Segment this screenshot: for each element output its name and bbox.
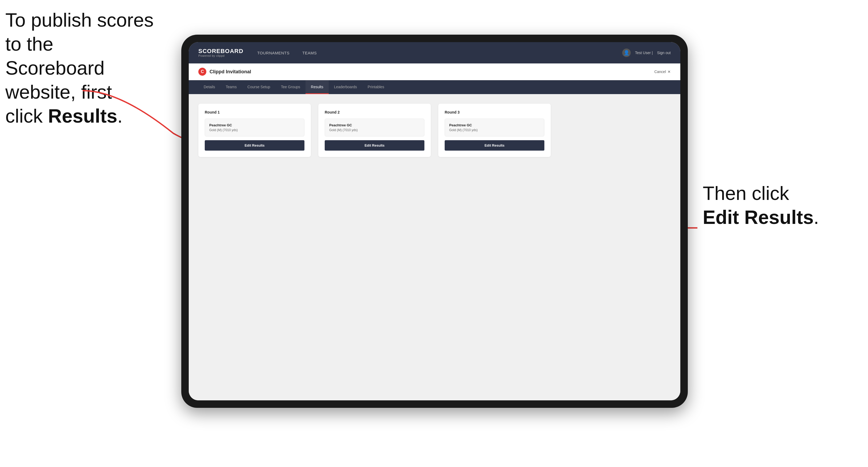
empty-slot — [558, 104, 671, 157]
round-3-title: Round 3 — [445, 110, 545, 114]
tab-tee-groups[interactable]: Tee Groups — [276, 80, 306, 94]
cancel-button[interactable]: Cancel ✕ — [654, 69, 671, 74]
cancel-label: Cancel — [654, 69, 666, 74]
logo-subtitle: Powered by clippd — [198, 54, 243, 57]
round-3-card: Round 3 Peachtree GC Gold (M) (7010 yds)… — [438, 104, 551, 157]
round-3-course-name: Peachtree GC — [449, 123, 540, 127]
logo-title: SCOREBOARD — [198, 48, 243, 54]
close-icon: ✕ — [668, 69, 671, 74]
round-1-course-details: Gold (M) (7010 yds) — [209, 128, 300, 132]
user-avatar: 👤 — [622, 49, 631, 57]
sign-out-link[interactable]: Sign out — [657, 51, 671, 55]
tab-course-setup[interactable]: Course Setup — [242, 80, 276, 94]
tournament-header: C Clippd Invitational Cancel ✕ — [189, 63, 680, 80]
annotation-left: To publish scores to the Scoreboard webs… — [5, 8, 155, 128]
edit-results-button-1[interactable]: Edit Results — [205, 140, 304, 151]
tabs-bar: Details Teams Course Setup Tee Groups Re… — [189, 80, 680, 94]
annotation-then-click: Then click — [703, 183, 789, 204]
main-content: Round 1 Peachtree GC Gold (M) (7010 yds)… — [189, 94, 680, 400]
tab-teams[interactable]: Teams — [220, 80, 242, 94]
round-2-card: Round 2 Peachtree GC Gold (M) (7010 yds)… — [318, 104, 431, 157]
annotation-edit-results-bold: Edit Results — [703, 207, 814, 228]
annotation-line1: To publish scores — [5, 9, 154, 31]
tournament-icon: C — [198, 68, 206, 76]
annotation-line4-suffix: . — [117, 105, 123, 127]
round-1-course-card: Peachtree GC Gold (M) (7010 yds) — [205, 119, 304, 136]
annotation-line2: to the Scoreboard — [5, 33, 104, 79]
nav-teams[interactable]: TEAMS — [301, 49, 318, 57]
round-2-title: Round 2 — [325, 110, 425, 114]
app-header: SCOREBOARD Powered by clippd TOURNAMENTS… — [189, 42, 680, 63]
header-right: 👤 Test User | Sign out — [622, 49, 671, 57]
nav-tournaments[interactable]: TOURNAMENTS — [256, 49, 290, 57]
edit-results-button-2[interactable]: Edit Results — [325, 140, 425, 151]
tab-leaderboards[interactable]: Leaderboards — [329, 80, 362, 94]
tablet-frame: SCOREBOARD Powered by clippd TOURNAMENTS… — [181, 35, 688, 408]
annotation-right-suffix: . — [814, 207, 819, 228]
tournament-name-area: C Clippd Invitational — [198, 68, 251, 76]
edit-results-button-3[interactable]: Edit Results — [445, 140, 545, 151]
logo-area: SCOREBOARD Powered by clippd — [198, 48, 243, 57]
tournament-name: Clippd Invitational — [210, 69, 251, 75]
user-avatar-icon: 👤 — [624, 50, 629, 56]
round-1-title: Round 1 — [205, 110, 304, 114]
nav-items: TOURNAMENTS TEAMS — [256, 49, 622, 57]
tab-results[interactable]: Results — [306, 80, 329, 94]
annotation-line3: website, first — [5, 81, 112, 103]
round-1-card: Round 1 Peachtree GC Gold (M) (7010 yds)… — [198, 104, 311, 157]
round-2-course-name: Peachtree GC — [329, 123, 420, 127]
round-1-course-name: Peachtree GC — [209, 123, 300, 127]
rounds-grid: Round 1 Peachtree GC Gold (M) (7010 yds)… — [198, 104, 671, 157]
round-3-course-card: Peachtree GC Gold (M) (7010 yds) — [445, 119, 545, 136]
round-2-course-card: Peachtree GC Gold (M) (7010 yds) — [325, 119, 425, 136]
round-2-course-details: Gold (M) (7010 yds) — [329, 128, 420, 132]
tablet-screen: SCOREBOARD Powered by clippd TOURNAMENTS… — [189, 42, 680, 400]
tab-printables[interactable]: Printables — [362, 80, 390, 94]
user-label: Test User | — [635, 51, 653, 55]
round-3-course-details: Gold (M) (7010 yds) — [449, 128, 540, 132]
annotation-results-bold: Results — [48, 105, 117, 127]
annotation-right: Then click Edit Results. — [703, 181, 841, 229]
tab-details[interactable]: Details — [198, 80, 220, 94]
annotation-line4-prefix: click — [5, 105, 48, 127]
